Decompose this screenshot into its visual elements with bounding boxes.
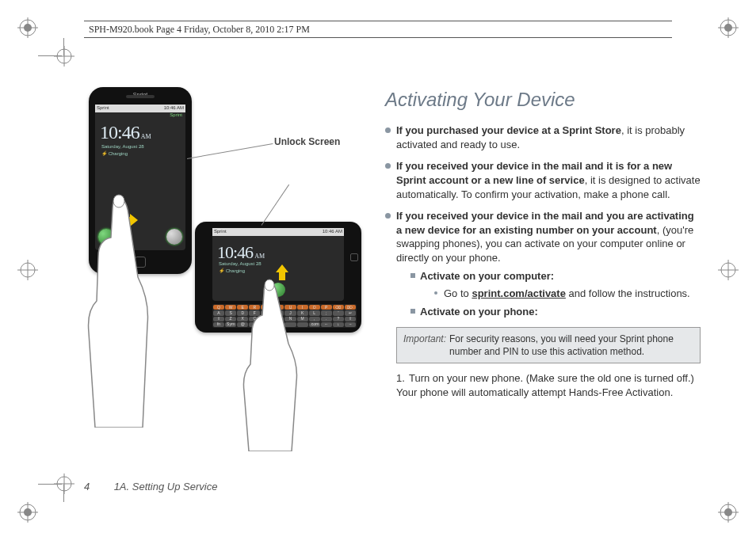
keyboard-key: K [297,310,308,315]
keyboard-key: U [284,305,296,310]
list-item-bold: If you received your device in the mail … [396,210,694,236]
keyboard-key: O [309,305,320,310]
keyboard-key: I [297,305,308,310]
status-time: 10:46 AM [323,229,342,234]
keyboard-key: V [261,317,272,321]
crop-line [63,38,64,55]
crop-mark-icon [54,46,74,67]
unlock-orb-icon [98,229,114,245]
list-item: Activate on your computer: Go to sprint.… [410,269,701,300]
subsub-list: Go to sprint.com/activate and follow the… [420,287,701,301]
crop-mark-icon [718,260,739,280]
keyboard-key [284,322,296,327]
list-item: Activate on your phone: [410,305,701,319]
page-number: 4 [84,481,111,492]
keyboard-key: Sym [225,322,236,327]
keyboard-key: P [321,305,332,310]
clock-time: 10:46 [100,122,139,143]
clock-time: 10:46 [217,242,253,263]
keyboard-key: E [237,305,248,310]
phone-screen: Sprint 10:46 AM 10:46 AM Saturday, Augus… [212,228,344,301]
sub-label: Activate on your phone: [420,306,538,318]
unlock-orb-icon [271,283,285,297]
important-label: Important: [403,333,446,358]
step-text-pre: Go to [444,287,472,299]
keyboard-key: fn [213,322,224,327]
arrow-right-icon [122,214,138,226]
registration-mark-icon [17,502,38,523]
list-item-bold: If you purchased your device at a Sprint… [396,124,621,136]
keyboard-key: M [297,317,308,321]
earpiece-icon [126,95,155,98]
activate-link[interactable]: sprint.com/activate [472,287,566,299]
lockscreen-clock: 10:46 AM [217,242,265,263]
callout-line [187,143,273,159]
list-item: Go to sprint.com/activate and follow the… [434,287,701,301]
crop-line [38,484,62,485]
lockscreen-date: Saturday, August 28 [219,261,262,266]
keyboard-key: D [237,310,248,315]
keyboard-key: F [249,310,260,315]
keyboard-key: , [309,317,320,321]
list-item: If you received your device in the mail … [385,159,701,201]
keyboard-key: X [237,317,248,321]
charging-label: ⚡ Charging [101,150,128,156]
mute-orb-icon [166,229,182,245]
section-name: 1A. Setting Up Service [114,481,218,492]
clock-ampm: AM [141,133,151,140]
keyboard-key: ← [321,322,332,327]
phone-landscape: Sprint 10:46 AM 10:46 AM Saturday, Augus… [195,222,361,333]
keyboard-key: ? [333,317,344,321]
keyboard-key: Q [213,305,224,310]
important-callout: Important: For security reasons, you wil… [396,327,701,363]
keyboard-key: S [225,310,236,315]
crop-line [63,485,64,502]
keyboard-key: → [345,322,356,327]
keyboard-key: ↓ [333,322,344,327]
keyboard-key: ⌦ [345,305,356,310]
unlock-illustration: Sprint Sprint 10:46 AM Sprint 10:46 AM S… [84,87,353,435]
registration-mark-icon [718,17,739,38]
clock-ampm: AM [254,253,265,260]
keyboard-key: Y [273,305,284,310]
keyboard-key: ⇧ [345,317,356,321]
list-item: If you received your device in the mail … [385,209,701,319]
status-bar: Sprint 10:46 AM [95,105,185,112]
keyboard-key: ; [321,310,332,315]
keyboard-key: J [284,310,296,315]
keyboard-key: @ [237,322,248,327]
status-carrier: Sprint [214,229,227,234]
section-title: Activating Your Device [385,87,701,112]
keyboard-key: ↵ [345,310,356,315]
numbered-step: 1.Turn on your new phone. (Make sure the… [385,371,701,399]
page-body: Sprint Sprint 10:46 AM Sprint 10:46 AM S… [84,71,701,492]
callout-line [262,184,289,226]
keyboard-key: R [249,305,260,310]
keyboard-key: ' [333,310,344,315]
content-column: Activating Your Device If you purchased … [385,87,701,399]
status-carrier-right: Sprint [170,112,182,117]
lockscreen-date: Saturday, August 28 [101,144,144,149]
keyboard-key [249,322,260,327]
page-footer: 4 1A. Setting Up Service [84,481,217,492]
list-item: If you purchased your device at a Sprint… [385,124,701,151]
charging-label: ⚡ Charging [219,268,245,273]
phone-portrait: Sprint Sprint 10:46 AM Sprint 10:46 AM S… [89,87,192,274]
step-number: 1. [396,371,409,386]
step-text: Turn on your new phone. (Make sure the o… [396,372,694,398]
status-time: 10:46 AM [164,105,184,110]
registration-mark-icon [718,502,739,523]
sub-label: Activate on your computer: [420,270,554,282]
keyboard-key: A [213,310,224,315]
keyboard-key: ⌫ [333,305,344,310]
slide-keyboard: QWERTYUIOP⌫⌦ASDFGHJKL;'↵⇧ZXCVBNM,.?⇧fnSy… [212,304,357,328]
keyboard-key: L [309,310,320,315]
unlock-slider [98,228,182,245]
keyboard-key [261,322,272,327]
bullet-list: If you purchased your device at a Sprint… [385,124,701,319]
important-text: For security reasons, you will need your… [449,333,693,358]
keyboard-key [297,322,308,327]
keyboard-key: N [284,317,296,321]
keyboard-key: T [261,305,272,310]
step-text-post: and follow the instructions. [566,287,690,299]
